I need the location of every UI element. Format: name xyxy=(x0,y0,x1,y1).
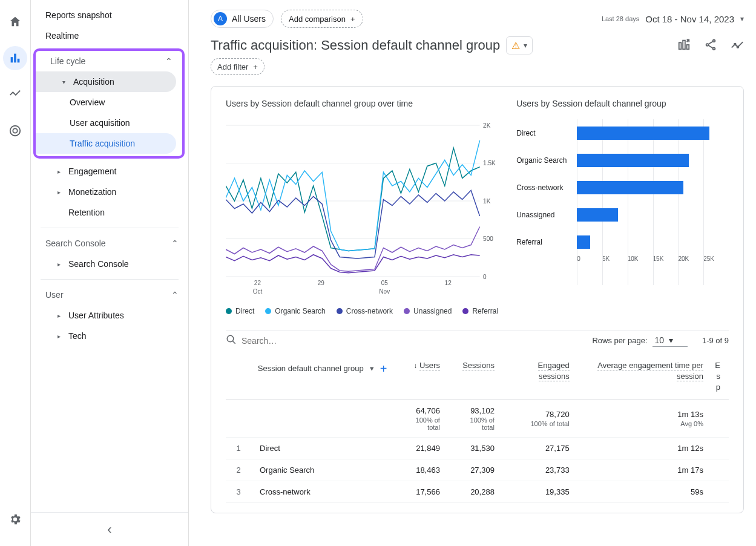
sidebar: Reports snapshot Realtime Life cycle ⌃ ▾… xyxy=(30,0,189,546)
reports-icon[interactable] xyxy=(3,46,27,70)
plus-icon: + xyxy=(350,15,355,24)
bar-row[interactable]: Cross-network xyxy=(516,174,729,201)
label: Retention xyxy=(68,208,105,217)
label: Search Console xyxy=(68,259,129,269)
caret-icon: ▸ xyxy=(55,189,62,196)
add-filter-button[interactable]: Add filter + xyxy=(211,58,265,75)
label: User Attributes xyxy=(68,311,124,320)
sidebar-item-retention[interactable]: Retention xyxy=(31,202,188,223)
label: Realtime xyxy=(45,31,79,41)
svg-point-9 xyxy=(706,44,709,46)
line-chart-legend: DirectOrganic SearchCross-networkUnassig… xyxy=(226,307,502,315)
svg-point-12 xyxy=(737,46,739,48)
rows-per-page: Rows per page: 10 ▾ xyxy=(592,334,687,347)
sidebar-item-overview[interactable]: Overview xyxy=(36,92,182,113)
label: Monetization xyxy=(68,187,116,197)
sidebar-group-user[interactable]: User ⌃ xyxy=(31,285,188,305)
caret-icon: ▸ xyxy=(55,261,62,268)
svg-rect-7 xyxy=(687,45,689,49)
title-row: Traffic acquisition: Session default cha… xyxy=(211,36,744,54)
sidebar-item-reports-snapshot[interactable]: Reports snapshot xyxy=(31,5,188,25)
share-icon[interactable] xyxy=(704,38,717,53)
bar-row[interactable]: Organic Search xyxy=(516,146,729,174)
svg-text:12: 12 xyxy=(445,279,452,287)
segment-chip-all-users[interactable]: A All Users xyxy=(211,10,274,28)
page-title: Traffic acquisition: Session default cha… xyxy=(211,38,500,53)
chevron-down-icon[interactable]: ▾ xyxy=(370,363,374,374)
sidebar-footer: ‹ xyxy=(31,512,188,546)
svg-text:1K: 1K xyxy=(483,197,490,205)
legend-item[interactable]: Unassigned xyxy=(404,307,452,315)
col-engaged-sessions[interactable]: Engaged sessions xyxy=(503,354,578,400)
sidebar-item-traffic-acquisition[interactable]: Traffic acquisition xyxy=(36,133,176,154)
search-input[interactable] xyxy=(242,336,592,346)
svg-rect-0 xyxy=(11,57,13,62)
label: Rows per page: xyxy=(592,336,647,345)
bar-chart-plot[interactable]: DirectOrganic SearchCross-networkUnassig… xyxy=(516,119,729,301)
caret-icon: ▸ xyxy=(55,168,62,175)
col-avg-engagement[interactable]: Average engagement time per session xyxy=(578,354,712,400)
svg-text:Oct: Oct xyxy=(253,288,263,295)
line-chart-plot[interactable]: 05001K1.5K2K22Oct2905Nov12 xyxy=(226,119,502,301)
sidebar-item-search-console[interactable]: ▸Search Console xyxy=(31,254,188,274)
caret-icon: ▸ xyxy=(55,333,62,340)
col-truncated[interactable]: E s p xyxy=(712,354,729,400)
svg-text:22: 22 xyxy=(254,279,261,287)
legend-item[interactable]: Cross-network xyxy=(337,307,393,315)
sidebar-item-engagement[interactable]: ▸Engagement xyxy=(31,161,188,182)
add-comparison-button[interactable]: Add comparison + xyxy=(281,10,363,28)
insights-icon[interactable] xyxy=(731,38,744,53)
plus-icon: + xyxy=(253,62,258,71)
dimension-label: Session default channel group xyxy=(258,363,364,374)
label: Engagement xyxy=(68,166,116,176)
add-dimension-icon[interactable]: + xyxy=(380,360,387,377)
table-row[interactable]: 3 Cross-network 17,566 20,288 19,335 59s xyxy=(226,481,729,502)
search-icon[interactable] xyxy=(226,334,237,347)
legend-item[interactable]: Referral xyxy=(462,307,498,315)
date-range-picker[interactable]: Last 28 days Oct 18 - Nov 14, 2023 ▾ xyxy=(602,14,744,24)
bar-row[interactable]: Referral xyxy=(516,228,729,255)
warning-icon: ⚠ xyxy=(511,40,520,51)
caret-down-icon: ▾ xyxy=(60,79,67,85)
explore-icon[interactable] xyxy=(3,82,27,107)
report-card: Users by Session default channel group o… xyxy=(211,86,744,513)
bar-chart-title: Users by Session default channel group xyxy=(516,99,729,108)
customize-report-icon[interactable] xyxy=(677,38,691,53)
report-actions xyxy=(677,38,744,53)
legend-item[interactable]: Direct xyxy=(226,307,254,315)
bar-row[interactable]: Unassigned xyxy=(516,201,729,228)
legend-item[interactable]: Organic Search xyxy=(265,307,325,315)
col-users[interactable]: ↓ Users xyxy=(395,354,448,400)
pager-text: 1-9 of 9 xyxy=(702,336,729,345)
settings-icon[interactable] xyxy=(3,507,27,531)
line-chart-title: Users by Session default channel group o… xyxy=(226,99,502,108)
sidebar-item-acquisition[interactable]: ▾ Acquisition xyxy=(36,71,176,92)
table-row[interactable]: 1 Direct 21,849 31,530 27,175 1m 12s xyxy=(226,437,729,459)
advertising-icon[interactable] xyxy=(3,119,27,143)
label: Life cycle xyxy=(50,56,85,66)
table-row[interactable]: 2 Organic Search 18,463 27,309 23,733 1m… xyxy=(226,459,729,481)
segment-badge: A xyxy=(214,12,227,25)
chevron-up-icon: ⌃ xyxy=(171,290,179,300)
sidebar-item-user-acquisition[interactable]: User acquisition xyxy=(36,113,182,133)
home-icon[interactable] xyxy=(3,10,27,34)
sidebar-item-realtime[interactable]: Realtime xyxy=(31,25,188,46)
sidebar-item-monetization[interactable]: ▸Monetization xyxy=(31,182,188,202)
label: Reports snapshot xyxy=(45,10,112,20)
sidebar-item-user-attributes[interactable]: ▸User Attributes xyxy=(31,305,188,326)
svg-rect-2 xyxy=(18,59,20,62)
chevron-down-icon: ▾ xyxy=(524,41,527,50)
anomaly-warning-chip[interactable]: ⚠ ▾ xyxy=(506,36,533,54)
collapse-sidebar-icon[interactable]: ‹ xyxy=(107,522,111,538)
dimension-header[interactable]: Session default channel group ▾ + xyxy=(226,354,395,400)
bar-row[interactable]: Direct xyxy=(516,119,729,146)
sidebar-group-life-cycle[interactable]: Life cycle ⌃ xyxy=(36,51,182,71)
svg-text:500: 500 xyxy=(483,235,493,243)
svg-text:05: 05 xyxy=(381,279,388,287)
nav-rail xyxy=(0,0,30,546)
rows-per-page-select[interactable]: 10 ▾ xyxy=(652,334,688,347)
sidebar-item-tech[interactable]: ▸Tech xyxy=(31,326,188,346)
sidebar-group-search-console[interactable]: Search Console ⌃ xyxy=(31,233,188,254)
col-sessions[interactable]: Sessions xyxy=(449,354,503,400)
chevron-up-icon: ⌃ xyxy=(165,56,173,66)
